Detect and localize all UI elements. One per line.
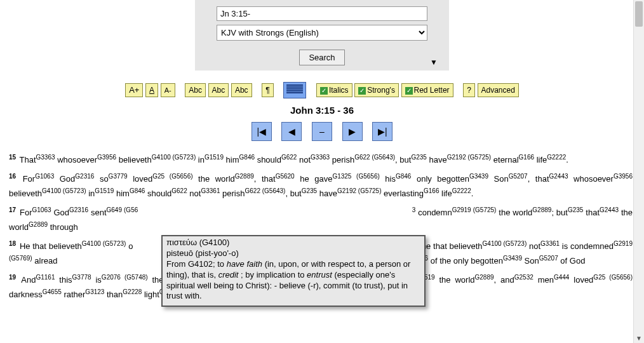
paragraph-button[interactable]: ¶ [262, 83, 273, 97]
search-button[interactable]: Search [299, 50, 344, 65]
nav-first-button[interactable]: |◀ [252, 122, 272, 141]
abc-button-2[interactable]: Abc [208, 83, 229, 97]
abc-button-3[interactable]: Abc [231, 83, 252, 97]
verse-number: 18 [9, 240, 16, 247]
abc-button-1[interactable]: Abc [185, 83, 206, 97]
italics-toggle[interactable]: ✓Italics [316, 83, 352, 97]
verse-number: 16 [9, 173, 16, 180]
scrollbar[interactable]: ▼ [633, 0, 644, 343]
nav-last-button[interactable]: ▶| [372, 122, 392, 141]
verse-16: 16 ForG1063 GodG2316 soG3779 lovedG25 (G… [9, 172, 633, 200]
tooltip-translit: pisteuō (pist-yoo'-o) [166, 248, 420, 259]
tooltip-definition: From G4102; to have faith (in, upon, or … [166, 259, 420, 302]
verse-15: 15 ThatG3363 whosoeverG3956 believethG41… [9, 152, 633, 166]
passage-heading: John 3:15 - 36 [0, 105, 644, 116]
nav-center-button[interactable]: – [312, 122, 332, 141]
nav-prev-button[interactable]: ◀ [281, 122, 302, 141]
verse-number: 15 [9, 154, 16, 161]
help-button[interactable]: ? [463, 83, 475, 97]
version-select[interactable]: KJV with Strongs (English) [217, 25, 427, 41]
advanced-button[interactable]: Advanced [478, 83, 519, 97]
nav-row: |◀ ◀ – ▶ ▶| [0, 122, 644, 141]
font-decrease-button[interactable]: A- [161, 83, 175, 97]
strongs-toggle[interactable]: ✓Strong's [354, 83, 399, 97]
verse-number: 19 [9, 274, 16, 281]
panel-collapse-icon[interactable]: ▼ [430, 58, 438, 67]
font-default-button[interactable]: A [145, 83, 158, 97]
scroll-thumb[interactable] [635, 1, 643, 27]
verse-number: 17 [9, 206, 16, 213]
nav-next-button[interactable]: ▶ [342, 122, 363, 141]
red-letter-toggle[interactable]: ✓Red Letter [401, 83, 453, 97]
verse-17: 17 ForG1063 GodG2316 sentG649 (G56 3 con… [9, 205, 633, 234]
toolbar: A+ A A- Abc Abc Abc ¶ ✓Italics ✓Strong's… [0, 82, 644, 98]
scroll-down-icon[interactable]: ▼ [634, 333, 644, 343]
font-increase-button[interactable]: A+ [125, 83, 143, 97]
tooltip-greek: πιστεύω (G4100) [166, 238, 420, 248]
strongs-tooltip: πιστεύω (G4100) pisteuō (pist-yoo'-o) Fr… [161, 235, 426, 307]
line-spacing-button[interactable] [283, 82, 306, 98]
search-input[interactable] [217, 6, 427, 21]
search-panel: KJV with Strongs (English) Search ▼ [195, 0, 449, 71]
